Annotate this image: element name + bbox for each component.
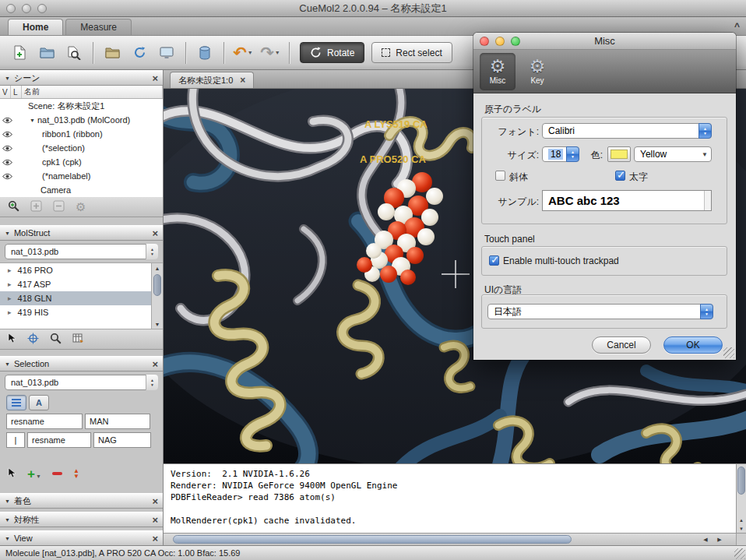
scroll-up-icon[interactable]: [737, 516, 746, 524]
close-panel-icon[interactable]: [152, 228, 158, 238]
scroll-right-icon[interactable]: [713, 534, 726, 545]
open-scene-button[interactable]: [35, 41, 58, 65]
bold-checkbox[interactable]: [615, 171, 625, 181]
viewport-tab[interactable]: 名称未設定1:0: [170, 72, 254, 88]
scroll-down-icon[interactable]: [152, 319, 163, 329]
add-renderer-icon[interactable]: [30, 200, 42, 214]
undo-button[interactable]: [231, 41, 255, 65]
color-combo[interactable]: Yellow: [634, 146, 712, 162]
residue-row[interactable]: 416 PRO: [0, 263, 152, 277]
zoom-residue-icon[interactable]: [50, 333, 62, 347]
display-button[interactable]: [155, 41, 178, 65]
ok-button[interactable]: OK: [663, 336, 723, 354]
scroll-left-icon[interactable]: [699, 534, 712, 545]
selection-panel-header[interactable]: Selection: [0, 356, 163, 372]
scroll-up-icon[interactable]: [152, 263, 163, 273]
language-popup[interactable]: 日本語: [487, 304, 713, 319]
multitouch-checkbox[interactable]: [489, 255, 499, 266]
open-file-button[interactable]: [100, 41, 124, 65]
tab-home[interactable]: Home: [8, 19, 63, 35]
expander-icon[interactable]: [8, 266, 12, 274]
tree-row-scene[interactable]: Scene: 名称未設定1: [0, 99, 163, 113]
close-button[interactable]: [6, 4, 16, 13]
tab-measure[interactable]: Measure: [65, 19, 132, 35]
redo-button[interactable]: [259, 41, 282, 65]
selection-value-field[interactable]: MAN: [85, 414, 150, 429]
visibility-eye-icon[interactable]: [2, 131, 14, 138]
log-console[interactable]: Version: 2.1 NVIDIA-1.6.26 Renderer: NVI…: [164, 463, 736, 533]
scrollbar-thumb[interactable]: [737, 467, 745, 495]
tree-row-cpk[interactable]: cpk1 (cpk): [0, 155, 163, 169]
close-tab-icon[interactable]: [240, 75, 245, 86]
close-panel-icon[interactable]: [152, 359, 158, 369]
color-swatch-well[interactable]: [607, 146, 631, 162]
expander-icon[interactable]: [30, 118, 37, 123]
expander-icon[interactable]: [8, 294, 12, 302]
scroll-down-icon[interactable]: [737, 524, 746, 533]
selection-key-field[interactable]: resname: [6, 414, 83, 429]
zoom-in-icon[interactable]: [8, 200, 19, 214]
close-panel-icon[interactable]: [152, 534, 158, 544]
database-button[interactable]: [193, 41, 216, 65]
close-panel-icon[interactable]: [152, 73, 158, 83]
new-scene-button[interactable]: [8, 41, 31, 65]
redo-dropdown-icon[interactable]: [275, 50, 280, 55]
collapse-arrow-icon[interactable]: [5, 76, 10, 81]
tree-row-ribbon[interactable]: ribbon1 (ribbon): [0, 127, 163, 141]
close-panel-icon[interactable]: [152, 515, 158, 525]
selection-value-field[interactable]: NAG: [93, 432, 151, 448]
tree-row-selection[interactable]: (*selection): [0, 141, 163, 155]
center-view-icon[interactable]: [27, 333, 39, 347]
expander-icon[interactable]: [8, 308, 12, 316]
refresh-button[interactable]: [128, 41, 151, 65]
collapse-arrow-icon[interactable]: [5, 498, 10, 504]
visibility-eye-icon[interactable]: [2, 117, 14, 124]
rotate-toggle-button[interactable]: Rotate: [300, 42, 364, 63]
residue-row[interactable]: 417 ASP: [0, 277, 152, 291]
residue-row[interactable]: 419 HIS: [0, 305, 152, 319]
renderer-settings-icon[interactable]: [76, 200, 86, 214]
molstruct-molecule-selector[interactable]: nat_013.pdb: [5, 244, 158, 259]
remove-term-icon[interactable]: [52, 472, 62, 475]
resize-grip[interactable]: [734, 548, 745, 559]
visibility-eye-icon[interactable]: [2, 159, 14, 166]
residue-list-scrollbar[interactable]: [151, 263, 163, 329]
selection-operator-field[interactable]: |: [6, 432, 25, 448]
dialog-titlebar[interactable]: Misc: [473, 33, 736, 50]
close-button[interactable]: [480, 37, 489, 46]
select-cursor-icon[interactable]: [8, 467, 16, 481]
dialog-tab-key[interactable]: Key: [519, 53, 555, 90]
selection-key-field[interactable]: resname: [27, 432, 91, 448]
visibility-eye-icon[interactable]: [2, 173, 14, 180]
zoom-button[interactable]: [511, 37, 520, 46]
scene-panel-header[interactable]: シーン: [0, 70, 163, 86]
tree-row-namelabel[interactable]: (*namelabel): [0, 169, 163, 183]
view-panel-header[interactable]: View: [0, 530, 163, 546]
symmetry-panel-header[interactable]: 対称性: [0, 512, 163, 527]
window-titlebar[interactable]: CueMol2 2.0.0.94 – 名称未設定1: [0, 0, 746, 17]
viewport-horizontal-scrollbar[interactable]: [164, 533, 746, 545]
minimize-button[interactable]: [495, 37, 505, 46]
selection-text-tab[interactable]: A: [29, 395, 49, 410]
collapse-arrow-icon[interactable]: [5, 517, 10, 523]
cancel-button[interactable]: Cancel: [592, 336, 651, 354]
scrollbar-thumb[interactable]: [153, 274, 161, 296]
molstruct-panel-header[interactable]: MolStruct: [0, 225, 163, 241]
selection-molecule-selector[interactable]: nat_013.pdb: [5, 375, 158, 390]
zoom-button[interactable]: [37, 4, 47, 13]
selection-table-tab[interactable]: [6, 395, 26, 410]
size-combo[interactable]: 18: [542, 146, 579, 162]
residue-row-selected[interactable]: 418 GLN: [0, 291, 152, 305]
ribbon-collapse-button[interactable]: [734, 21, 740, 32]
undo-dropdown-icon[interactable]: [248, 50, 253, 55]
close-panel-icon[interactable]: [152, 496, 158, 506]
dialog-tab-misc[interactable]: Misc: [480, 53, 516, 90]
delete-renderer-icon[interactable]: [53, 200, 65, 214]
tree-row-camera[interactable]: Camera: [0, 183, 163, 197]
collapse-arrow-icon[interactable]: [5, 361, 10, 367]
search-file-button[interactable]: [62, 41, 86, 65]
collapse-arrow-icon[interactable]: [5, 536, 10, 541]
expander-icon[interactable]: [8, 280, 12, 288]
select-cursor-icon[interactable]: [8, 333, 16, 346]
dialog-resize-grip[interactable]: [723, 347, 734, 358]
